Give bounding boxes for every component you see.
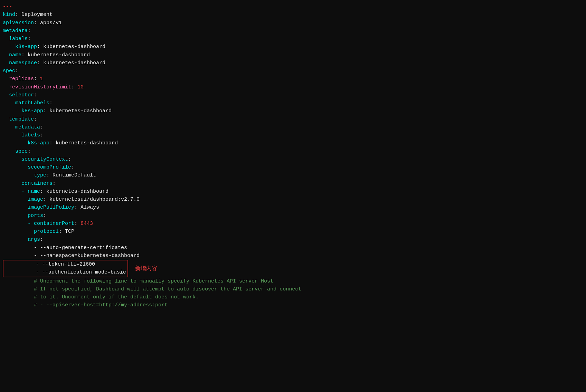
code-line-kind-key: kind: Deployment bbox=[3, 11, 580, 19]
code-line-tmpl-meta-key: metadata: bbox=[3, 123, 580, 131]
code-line-image-key: image: kubernetesui/dashboard:v2.7.0 bbox=[3, 195, 580, 203]
code-line-pull-policy: imagePullPolicy: Always bbox=[3, 203, 580, 211]
code-line-tmpl-spec-key: spec: bbox=[3, 147, 580, 155]
code-line-meta-key: metadata: bbox=[3, 27, 580, 35]
code-line-arg-ns: - --namespace=kubernetes-dashboard bbox=[3, 252, 580, 260]
code-line-container-port: - containerPort: 8443 bbox=[3, 220, 580, 228]
code-line-arg-auto: - --auto-generate-certificates bbox=[3, 244, 580, 252]
code-line-args-key: args: bbox=[3, 236, 580, 243]
code-line-revision-key: revisionHistoryLimit: 10 bbox=[3, 83, 580, 91]
code-line-spec-key: spec: bbox=[3, 67, 580, 75]
arg-auth-mode-line: - --authentication-mode=basic bbox=[5, 268, 126, 276]
code-line-namespace-key: namespace: kubernetes-dashboard bbox=[3, 59, 580, 67]
code-line-ports-key: ports: bbox=[3, 212, 580, 220]
code-line-comment4: # - --apiserver-host=http://my-address:p… bbox=[3, 301, 580, 309]
code-line-replicas-key: replicas: 1 bbox=[3, 75, 580, 83]
code-line-tmpl-labels-key: labels: bbox=[3, 131, 580, 139]
code-line-template-key: template: bbox=[3, 115, 580, 123]
code-line-name-key: name: kubernetes-dashboard bbox=[3, 51, 580, 59]
code-line-name-dash: - name: kubernetes-dashboard bbox=[3, 188, 580, 195]
code-line-selector-key: selector: bbox=[3, 91, 580, 99]
code-block: ---kind: DeploymentapiVersion: apps/v1me… bbox=[0, 0, 586, 315]
arg-token-ttl-line: - --token-ttl=21600 bbox=[5, 260, 126, 268]
code-line-api-key: apiVersion: apps/v1 bbox=[3, 19, 580, 27]
code-line-type-key: type: RuntimeDefault bbox=[3, 171, 580, 179]
code-line-separator: --- bbox=[3, 3, 580, 11]
highlighted-new-content: - --token-ttl=21600 - --authentication-m… bbox=[3, 260, 580, 277]
code-line-containers-key: containers: bbox=[3, 180, 580, 188]
code-line-labels-key: labels: bbox=[3, 35, 580, 43]
code-line-k8s-app-label: k8s-app: kubernetes-dashboard bbox=[3, 43, 580, 51]
code-line-comment1: # Uncomment the following line to manual… bbox=[3, 277, 580, 285]
code-line-k8s-app-selector: k8s-app: kubernetes-dashboard bbox=[3, 107, 580, 115]
code-line-seccomp-key: seccompProfile: bbox=[3, 163, 580, 171]
code-line-security-ctx: securityContext: bbox=[3, 155, 580, 163]
code-line-protocol-key: protocol: TCP bbox=[3, 228, 580, 236]
code-line-matchlabels-key: matchLabels: bbox=[3, 99, 580, 107]
code-line-comment3: # to it. Uncomment only if the default d… bbox=[3, 293, 580, 301]
code-line-comment2: # If not specified, Dashboard will attem… bbox=[3, 285, 580, 293]
new-content-label: 新增内容 bbox=[135, 264, 157, 273]
code-line-tmpl-k8s-app: k8s-app: kubernetes-dashboard bbox=[3, 139, 580, 147]
